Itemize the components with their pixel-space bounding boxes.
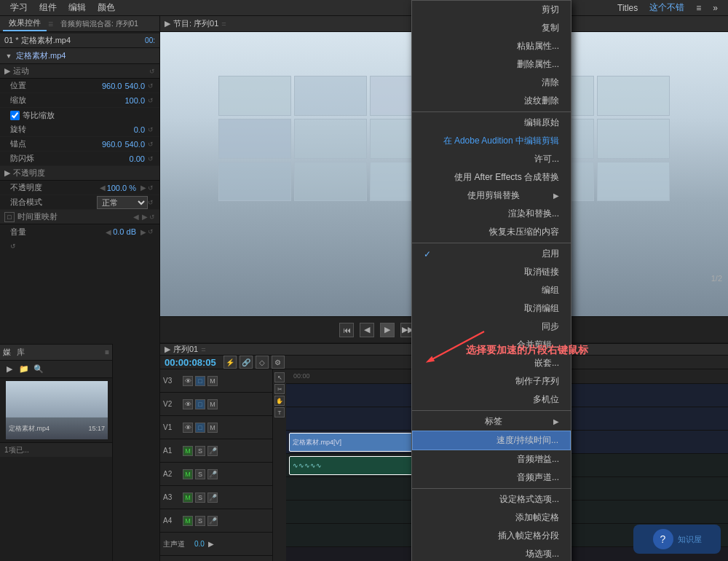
media-thumbnail[interactable]: 定格素材.mp4 15:17	[6, 381, 108, 439]
ctx-item[interactable]: 删除属性...	[412, 55, 571, 74]
tool-text[interactable]: T	[274, 407, 285, 417]
menu-edit[interactable]: 编辑	[63, 0, 92, 15]
add-mark-btn[interactable]: ◇	[256, 356, 269, 369]
pos-y-value[interactable]: 540.0	[124, 82, 145, 90]
tool-select[interactable]: ↖	[274, 372, 285, 382]
ctx-item[interactable]: 设定格式选项...	[412, 490, 571, 509]
a4-mic-btn[interactable]: 🎤	[207, 516, 218, 526]
audio-db-value[interactable]: 0.0 dB	[113, 227, 136, 236]
menu-component[interactable]: 组件	[33, 0, 63, 15]
snap-btn[interactable]: ⚡	[223, 356, 237, 369]
ctx-item[interactable]: 插入帧定格分段	[412, 527, 571, 545]
tab-audio-mixer[interactable]: 音频剪辑混合器: 序列01	[55, 17, 144, 31]
scale-value[interactable]: 100.0	[124, 96, 145, 105]
pos-x-value[interactable]: 960.0	[102, 82, 122, 90]
browser-tab-lib[interactable]: 库	[17, 347, 25, 358]
tool-razor[interactable]: ✂	[274, 384, 285, 394]
anchor-y-value[interactable]: 540.0	[124, 140, 145, 149]
ctx-item[interactable]: 许可...	[412, 150, 571, 168]
ctx-item[interactable]: 同步	[412, 318, 571, 336]
v3-lock-btn[interactable]: □	[195, 376, 205, 386]
ctx-item[interactable]: 渲染和替换...	[412, 205, 571, 223]
ctx-item[interactable]: 编组	[412, 281, 571, 299]
v1-lock-btn[interactable]: □	[195, 423, 205, 433]
menu-titles[interactable]: Titles	[612, 1, 644, 15]
step-back-btn[interactable]: ◀	[360, 323, 374, 337]
time-remap-reset[interactable]: ↺	[149, 213, 155, 221]
master-expand[interactable]: ▶	[208, 540, 214, 548]
tab-effects-controls[interactable]: 效果控件	[3, 16, 47, 31]
ctx-item[interactable]: 合并剪辑...	[412, 336, 571, 354]
go-to-in-btn[interactable]: ⏮	[339, 323, 354, 337]
v1-eye-btn[interactable]: 👁	[183, 423, 193, 433]
ctx-item[interactable]: 取消编组	[412, 299, 571, 318]
menu-color[interactable]: 颜色	[92, 0, 121, 15]
browser-tab-media[interactable]: 媒	[3, 347, 11, 358]
a1-mute-btn[interactable]: M	[183, 446, 193, 456]
a1-solo-btn[interactable]: S	[195, 446, 205, 456]
proportional-scale-checkbox[interactable]	[10, 111, 20, 120]
anchor-reset[interactable]: ↺	[148, 141, 154, 148]
browser-play-btn[interactable]: ▶	[3, 363, 16, 376]
expand-icon[interactable]: ▶	[4, 66, 10, 76]
time-remap-left[interactable]: ◀	[133, 213, 139, 221]
opacity-expand-icon[interactable]: ▶	[4, 168, 10, 178]
ctx-item[interactable]: 剪切	[412, 1, 571, 19]
menu-this-good[interactable]: 这个不错	[644, 0, 690, 15]
ctx-item[interactable]: 标签▶	[412, 412, 571, 431]
ctx-item[interactable]: 制作子序列	[412, 372, 571, 391]
a4-mute-btn[interactable]: M	[183, 516, 193, 526]
a3-mute-btn[interactable]: M	[183, 493, 193, 503]
ctx-item[interactable]: 在 Adobe Audition 中编辑剪辑	[412, 132, 571, 150]
a1-mic-btn[interactable]: 🎤	[207, 446, 218, 456]
menu-more[interactable]: »	[707, 1, 724, 15]
reset-btn[interactable]: ↺	[149, 68, 155, 75]
ctx-item[interactable]: 多机位	[412, 391, 571, 409]
ctx-item[interactable]: 音频增益...	[412, 450, 571, 468]
audio-reset[interactable]: ↺	[148, 228, 154, 235]
blend-mode-select[interactable]: 正常	[97, 196, 148, 209]
browser-find-btn[interactable]: 🔍	[32, 363, 45, 376]
anchor-x-value[interactable]: 960.0	[102, 140, 122, 149]
a2-mute-btn[interactable]: M	[183, 469, 193, 479]
clip-expand-btn[interactable]: ▼	[4, 52, 13, 60]
v2-eye-btn[interactable]: 👁	[183, 399, 193, 409]
tool-btn[interactable]: ⚙	[272, 356, 285, 369]
a2-solo-btn[interactable]: S	[195, 469, 205, 479]
ctx-item[interactable]: 音频声道...	[412, 468, 571, 487]
audio-right[interactable]: ▶	[141, 228, 146, 236]
ctx-item[interactable]: 复制	[412, 19, 571, 37]
menu-learn[interactable]: 学习	[4, 0, 33, 15]
a3-solo-btn[interactable]: S	[195, 493, 205, 503]
browser-menu-btn[interactable]: ≡	[105, 348, 109, 356]
anti-flicker-reset[interactable]: ↺	[148, 155, 154, 162]
v2-sync-btn[interactable]: M	[207, 399, 218, 409]
rotation-value[interactable]: 0.0	[134, 125, 145, 134]
opacity-right-arrow[interactable]: ▶	[141, 184, 146, 192]
ctx-item[interactable]: 添加帧定格	[412, 509, 571, 527]
v3-eye-btn[interactable]: 👁	[183, 376, 193, 386]
v1-sync-btn[interactable]: M	[207, 423, 218, 433]
v3-sync-btn[interactable]: M	[207, 376, 218, 386]
ctx-item[interactable]: 取消链接	[412, 263, 571, 281]
opacity-value[interactable]: 100.0 %	[107, 184, 136, 192]
ctx-item[interactable]: 使用剪辑替换▶	[412, 187, 571, 205]
ctx-item[interactable]: 使用 After Effects 合成替换	[412, 168, 571, 187]
scale-reset[interactable]: ↺	[148, 97, 154, 104]
play-btn[interactable]: ▶	[380, 323, 395, 337]
ctx-item[interactable]: ✓启用	[412, 245, 571, 263]
blend-reset[interactable]: ↺	[148, 199, 154, 206]
ctx-item[interactable]: 速度/持续时间...	[412, 431, 571, 450]
menu-hamburger[interactable]: ≡	[690, 1, 707, 15]
v2-lock-btn[interactable]: □	[195, 399, 205, 409]
opacity-reset[interactable]: ↺	[148, 184, 154, 192]
rotation-reset[interactable]: ↺	[148, 126, 154, 133]
ctx-item[interactable]: 嵌套...	[412, 354, 571, 372]
anti-flicker-value[interactable]: 0.00	[130, 154, 145, 163]
ctx-item[interactable]: 恢复未压缩的内容	[412, 223, 571, 241]
link-btn[interactable]: 🔗	[240, 356, 253, 369]
a3-mic-btn[interactable]: 🎤	[207, 493, 218, 503]
ctx-item[interactable]: 编辑原始	[412, 114, 571, 132]
tool-hand[interactable]: ✋	[274, 396, 285, 406]
browser-new-btn[interactable]: 📁	[17, 363, 31, 376]
